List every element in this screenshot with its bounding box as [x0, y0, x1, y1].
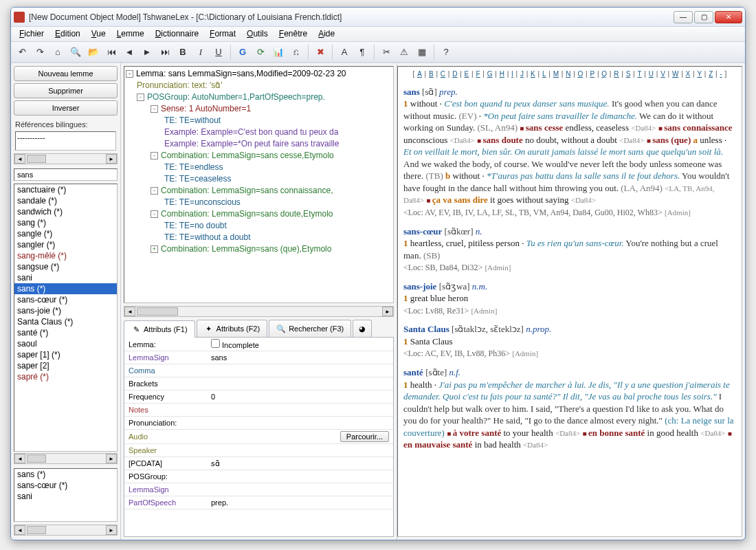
- tab-rechercher-f3[interactable]: 🔍Rechercher (F3): [269, 320, 351, 337]
- alpha-link[interactable]: G: [487, 70, 493, 78]
- lemma-item[interactable]: sandwich (*): [14, 206, 117, 217]
- alpha-link[interactable]: P: [590, 70, 594, 78]
- small-hscroll[interactable]: ◄ ►: [14, 525, 118, 536]
- tree-toggle-icon[interactable]: -: [151, 187, 158, 195]
- prev-button[interactable]: ◄: [121, 44, 137, 60]
- new-lemma-button[interactable]: Nouveau lemme: [14, 66, 118, 81]
- lemma-item[interactable]: sapré (*): [14, 371, 117, 382]
- tree-node[interactable]: Example: Example=*On peut faire sans tra…: [126, 138, 392, 150]
- tab-attributs-f2[interactable]: ✦Attributs (F2): [197, 320, 268, 337]
- alpha-link[interactable]: T: [637, 70, 641, 78]
- stats-button[interactable]: ⎌: [288, 44, 304, 60]
- alpha-link[interactable]: M: [553, 70, 559, 78]
- help-button[interactable]: ?: [438, 44, 454, 60]
- scroll-right-icon[interactable]: ►: [106, 525, 117, 535]
- preview-panel[interactable]: [ A | B | C | D | E | F | G | H | I | J …: [397, 66, 742, 537]
- table-button[interactable]: ▦: [414, 44, 430, 60]
- end-button[interactable]: ⏭: [157, 44, 173, 60]
- lemma-item[interactable]: sangle (*): [14, 228, 117, 239]
- scroll-thumb[interactable]: [137, 307, 178, 316]
- scroll-thumb[interactable]: [27, 454, 46, 463]
- scroll-left-icon[interactable]: ◄: [14, 154, 25, 164]
- tree-toggle-icon[interactable]: -: [126, 70, 133, 78]
- alpha-link[interactable]: Z: [709, 70, 713, 78]
- alpha-link[interactable]: W: [672, 70, 678, 78]
- lemma-small-list[interactable]: sans (*)sans-cœur (*)sani: [14, 468, 118, 522]
- tab-more[interactable]: ◕: [353, 320, 372, 337]
- tree-node[interactable]: Example: Example=C'est bon quand tu peux…: [126, 126, 392, 138]
- alpha-link[interactable]: O: [578, 70, 583, 78]
- tree-toggle-icon[interactable]: -: [151, 152, 158, 160]
- lemma-small-item[interactable]: sans (*): [14, 469, 117, 480]
- alpha-link[interactable]: N: [566, 70, 570, 78]
- alpha-link[interactable]: F: [476, 70, 480, 78]
- structure-tree[interactable]: -Lemma: sans LemmaSign=sans,Modified=200…: [124, 66, 394, 303]
- attr-value-input[interactable]: [211, 353, 389, 362]
- begin-button[interactable]: ⏮: [103, 44, 120, 60]
- refresh-button[interactable]: ⟳: [252, 44, 269, 60]
- home-button[interactable]: ⌂: [49, 44, 66, 60]
- tree-node[interactable]: -Lemma: sans LemmaSign=sans,Modified=200…: [126, 68, 392, 80]
- lemma-list[interactable]: sanctuaire (*)sandale (*)sandwich (*)san…: [14, 184, 118, 452]
- partofspeech-input[interactable]: [211, 498, 389, 507]
- next-button[interactable]: ►: [139, 44, 155, 60]
- alpha-link[interactable]: S: [626, 70, 631, 78]
- alpha-link[interactable]: I: [511, 70, 513, 78]
- lemma-item[interactable]: santé (*): [14, 327, 117, 338]
- lemma-item[interactable]: sang (*): [14, 217, 117, 228]
- alpha-link[interactable]: E: [465, 70, 469, 78]
- forward-button[interactable]: ↷: [32, 44, 48, 60]
- lemma-item[interactable]: Santa Claus (*): [14, 316, 117, 327]
- lemma-item[interactable]: sandale (*): [14, 195, 117, 206]
- menu-dictionnaire[interactable]: Dictionnaire: [150, 27, 204, 41]
- lemma-item[interactable]: saper [2]: [14, 360, 117, 371]
- menu-fenêtre[interactable]: Fenêtre: [274, 27, 313, 41]
- scroll-right-icon[interactable]: ►: [106, 154, 117, 164]
- attr-value-input[interactable]: [211, 393, 389, 401]
- invert-button[interactable]: Inverser: [14, 100, 118, 116]
- attr-value-input[interactable]: [211, 406, 389, 414]
- alpha-link[interactable]: R: [614, 70, 619, 78]
- alpha-link[interactable]: D: [452, 70, 457, 78]
- underline-button[interactable]: U: [210, 44, 227, 60]
- tree-node[interactable]: TE: TE=without a doubt: [126, 232, 392, 243]
- bold-button[interactable]: B: [175, 44, 191, 60]
- alpha-link[interactable]: L: [542, 70, 546, 78]
- lemma-item[interactable]: sangsue (*): [14, 261, 117, 272]
- alpha-link[interactable]: U: [649, 70, 654, 78]
- menu-vue[interactable]: Vue: [86, 27, 111, 41]
- scroll-thumb[interactable]: [27, 526, 46, 534]
- alpha-link[interactable]: -: [720, 70, 722, 78]
- alpha-link[interactable]: J: [520, 70, 524, 78]
- menu-aide[interactable]: Aide: [313, 27, 340, 41]
- tree-toggle-icon[interactable]: -: [151, 210, 158, 218]
- lemma-item[interactable]: sans (*): [14, 283, 117, 294]
- tree-node[interactable]: TE: TE=endless: [126, 162, 392, 173]
- tree-node[interactable]: TE: TE=unconscious: [126, 197, 392, 208]
- tree-node[interactable]: Pronunciation: text: 'sɑ̃': [126, 80, 392, 91]
- tree-node[interactable]: TE: TE=no doubt: [126, 220, 392, 232]
- italic-button[interactable]: I: [192, 44, 209, 60]
- lemma-item[interactable]: sangler (*): [14, 239, 117, 250]
- tree-hscroll[interactable]: ◄ ►: [124, 306, 394, 317]
- lemma-search-input[interactable]: [14, 168, 118, 181]
- browse-audio-button[interactable]: Parcourir...: [340, 431, 389, 442]
- maximize-button[interactable]: ▢: [694, 11, 713, 23]
- scroll-left-icon[interactable]: ◄: [124, 307, 135, 316]
- tree-toggle-icon[interactable]: +: [151, 245, 158, 253]
- open-button[interactable]: 📂: [85, 44, 102, 60]
- lemma-item[interactable]: saoul: [14, 338, 117, 349]
- alpha-link[interactable]: B: [429, 70, 434, 78]
- tree-node[interactable]: -Combination: LemmaSign=sans connaissanc…: [126, 185, 392, 197]
- delete-lemma-button[interactable]: Supprimer: [14, 83, 118, 98]
- close-button[interactable]: ✕: [715, 11, 742, 23]
- tree-node[interactable]: TE: TE=ceaseless: [126, 173, 392, 185]
- font-button[interactable]: A: [336, 44, 353, 60]
- alpha-link[interactable]: H: [500, 70, 504, 78]
- back-button[interactable]: ↶: [14, 44, 30, 60]
- tab-attributs-f1[interactable]: ✎Attributs (F1): [124, 320, 195, 338]
- tree-toggle-icon[interactable]: -: [137, 94, 144, 101]
- tree-node[interactable]: -Combination: LemmaSign=sans doute,Etymo…: [126, 208, 392, 220]
- lemma-small-item[interactable]: sani: [14, 491, 117, 502]
- lemma-item[interactable]: sanctuaire (*): [14, 184, 117, 195]
